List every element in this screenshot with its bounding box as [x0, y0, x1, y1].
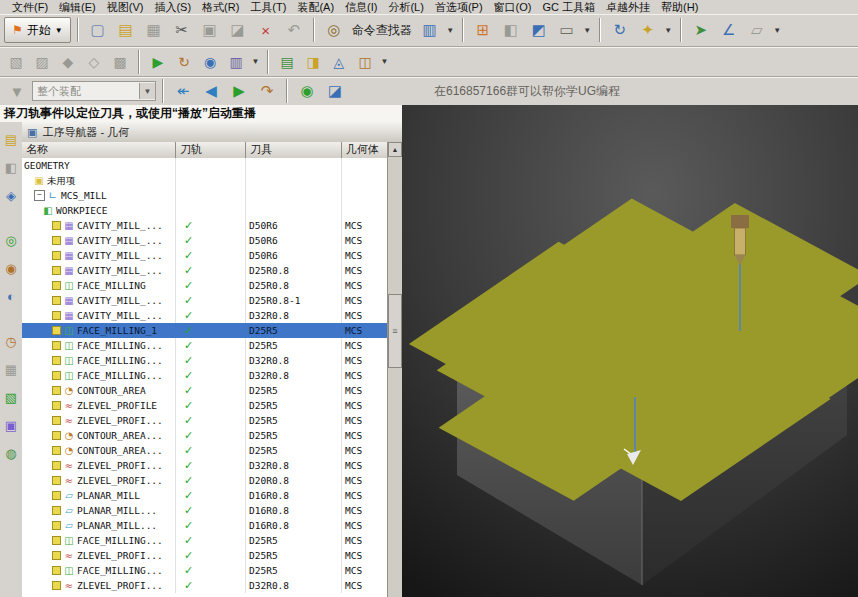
replay-rewind-icon[interactable]: ↞ [170, 78, 196, 104]
snap-point-icon[interactable]: ➤ [688, 17, 714, 43]
geometry-view-icon[interactable]: ◬ [327, 50, 351, 74]
selection-scope-combo[interactable]: 整个装配▼ [32, 81, 156, 101]
menu-item[interactable]: 信息(I) [345, 0, 377, 15]
table-row[interactable]: ≈ZLEVEL_PROFI...✓D32R0.8MCS [22, 458, 388, 473]
dropdown-caret[interactable]: ▼ [663, 26, 674, 35]
tree-expander[interactable]: − [34, 190, 45, 201]
hd3d-tools-icon[interactable]: ◉ [2, 259, 21, 278]
table-row[interactable]: ◔CONTOUR_AREA...✓D25R5MCS [22, 443, 388, 458]
column-header-2[interactable]: 刀具 [246, 142, 342, 158]
table-row[interactable]: ◔CONTOUR_AREA...✓D25R5MCS [22, 428, 388, 443]
menu-item[interactable]: 卓越外挂 [606, 0, 650, 15]
table-row[interactable]: −∟MCS_MILL [22, 188, 388, 203]
combo-dropdown-button[interactable]: ▼ [139, 83, 155, 99]
machining-method-view-icon[interactable]: ◫ [353, 50, 377, 74]
scroll-thumb[interactable]: ≡ [388, 294, 402, 368]
column-header-0[interactable]: 名称 [22, 142, 176, 158]
table-row[interactable]: ≈ZLEVEL_PROFILE✓D25R5MCS [22, 398, 388, 413]
table-row[interactable]: ◫FACE_MILLING...✓D32R0.8MCS [22, 368, 388, 383]
part-navigator-icon[interactable]: ◈ [2, 186, 21, 205]
roles-icon[interactable]: ▣ [2, 416, 21, 435]
table-row[interactable]: ▦CAVITY_MILL_...✓D25R0.8-1MCS [22, 293, 388, 308]
system-materials-icon[interactable]: ▦ [2, 360, 21, 379]
menu-item[interactable]: 帮助(H) [661, 0, 698, 15]
table-row[interactable]: ▦CAVITY_MILL_...✓D50R6MCS [22, 233, 388, 248]
table-row[interactable]: ◫FACE_MILLING✓D25R0.8MCS [22, 278, 388, 293]
menu-item[interactable]: GC 工具箱 [542, 0, 595, 15]
window-icon[interactable]: ▭ [554, 17, 580, 43]
finder-window-icon[interactable]: ▥ [417, 17, 443, 43]
assembly-navigator-icon[interactable]: ▤ [2, 130, 21, 149]
filter-icon[interactable]: ▼ [4, 78, 30, 104]
copy-icon[interactable]: ▣ [197, 17, 223, 43]
system-scene-icon[interactable]: ◍ [2, 444, 21, 463]
undo-icon[interactable]: ↶ [281, 17, 307, 43]
menu-item[interactable]: 格式(R) [202, 0, 239, 15]
paste-icon[interactable]: ◪ [225, 17, 251, 43]
table-row[interactable]: ▦CAVITY_MILL_...✓D50R6MCS [22, 218, 388, 233]
dropdown-caret[interactable]: ▼ [250, 57, 261, 66]
create-program-icon[interactable]: ▧ [4, 50, 28, 74]
table-row[interactable]: ▦CAVITY_MILL_...✓D25R0.8MCS [22, 263, 388, 278]
replay-toolpath-icon[interactable]: ↻ [172, 50, 196, 74]
create-geometry-icon[interactable]: ◆ [56, 50, 80, 74]
post-process-icon[interactable]: ▥ [224, 50, 248, 74]
table-row[interactable]: ▦CAVITY_MILL_...✓D32R0.8MCS [22, 308, 388, 323]
table-row[interactable]: ◫FACE_MILLING...✓D25R5MCS [22, 533, 388, 548]
scroll-up-button[interactable]: ▲ [388, 142, 402, 157]
verify-toolpath-icon[interactable]: ◉ [198, 50, 222, 74]
menu-item[interactable]: 装配(A) [297, 0, 334, 15]
earth-display-icon[interactable]: ◉ [294, 78, 320, 104]
history-icon[interactable]: ◷ [2, 332, 21, 351]
generate-toolpath-icon[interactable]: ▶ [146, 50, 170, 74]
machine-tool-view-icon[interactable]: ◨ [301, 50, 325, 74]
viewport-canvas[interactable] [402, 105, 858, 597]
cut-icon[interactable]: ✂ [169, 17, 195, 43]
menu-item[interactable]: 窗口(O) [494, 0, 532, 15]
open-file-icon[interactable]: ▤ [113, 17, 139, 43]
command-finder-icon[interactable]: ◎ [321, 17, 347, 43]
process-studio-icon[interactable]: ▧ [2, 388, 21, 407]
column-header-3[interactable]: 几何体 [342, 142, 388, 158]
graphics-viewport[interactable] [402, 105, 858, 597]
table-row[interactable]: ≈ZLEVEL_PROFI...✓D25R5MCS [22, 413, 388, 428]
table-row[interactable]: ▣未用项 [22, 173, 388, 188]
table-row[interactable]: ≈ZLEVEL_PROFI...✓D32R0.8MCS [22, 578, 388, 593]
modeling-cube-icon[interactable]: ◩ [526, 17, 552, 43]
shaded-cube-icon[interactable]: ◪ [322, 78, 348, 104]
table-row[interactable]: ◔CONTOUR_AREA✓D25R5MCS [22, 383, 388, 398]
table-row[interactable]: ◧WORKPIECE [22, 203, 388, 218]
table-row[interactable]: ◫FACE_MILLING...✓D25R5MCS [22, 563, 388, 578]
start-button[interactable]: ⚑开始▼ [4, 17, 71, 43]
replay-back-icon[interactable]: ◀ [198, 78, 224, 104]
screen-layout-icon[interactable]: ⊞ [470, 17, 496, 43]
table-row[interactable]: ▱PLANAR_MILL...✓D16R0.8MCS [22, 503, 388, 518]
navigator-scrollbar[interactable]: ▲ ≡ [387, 142, 402, 597]
measure-angle-icon[interactable]: ∠ [716, 17, 742, 43]
web-browser-icon[interactable]: ◐ [2, 287, 21, 306]
table-row[interactable]: ≈ZLEVEL_PROFI...✓D25R5MCS [22, 548, 388, 563]
constraint-navigator-icon[interactable]: ◧ [2, 158, 21, 177]
menu-item[interactable]: 首选项(P) [435, 0, 483, 15]
new-file-icon[interactable]: ▢ [85, 17, 111, 43]
program-order-view-icon[interactable]: ▤ [275, 50, 299, 74]
menu-item[interactable]: 分析(L) [388, 0, 423, 15]
refresh-view-icon[interactable]: ↻ [607, 17, 633, 43]
measure-distance-icon[interactable]: ▱ [744, 17, 770, 43]
menu-item[interactable]: 视图(V) [107, 0, 144, 15]
table-row[interactable]: ◫FACE_MILLING...✓D32R0.8MCS [22, 353, 388, 368]
save-icon[interactable]: ▦ [141, 17, 167, 43]
create-operation-icon[interactable]: ▩ [108, 50, 132, 74]
column-header-1[interactable]: 刀轨 [176, 142, 246, 158]
dropdown-caret[interactable]: ▼ [445, 26, 456, 35]
dropdown-caret[interactable]: ▼ [582, 26, 593, 35]
table-row[interactable]: ◫FACE_MILLING...✓D25R5MCS [22, 338, 388, 353]
table-row[interactable]: ▦CAVITY_MILL_...✓D50R6MCS [22, 248, 388, 263]
table-row[interactable]: ▱PLANAR_MILL...✓D16R0.8MCS [22, 518, 388, 533]
fit-view-icon[interactable]: ✦ [635, 17, 661, 43]
table-row[interactable]: GEOMETRY [22, 158, 388, 173]
table-row[interactable]: ▱PLANAR_MILL✓D16R0.8MCS [22, 488, 388, 503]
replay-forward-icon[interactable]: ▶ [226, 78, 252, 104]
dropdown-caret[interactable]: ▼ [772, 26, 783, 35]
replay-options-icon[interactable]: ↷ [254, 78, 280, 104]
